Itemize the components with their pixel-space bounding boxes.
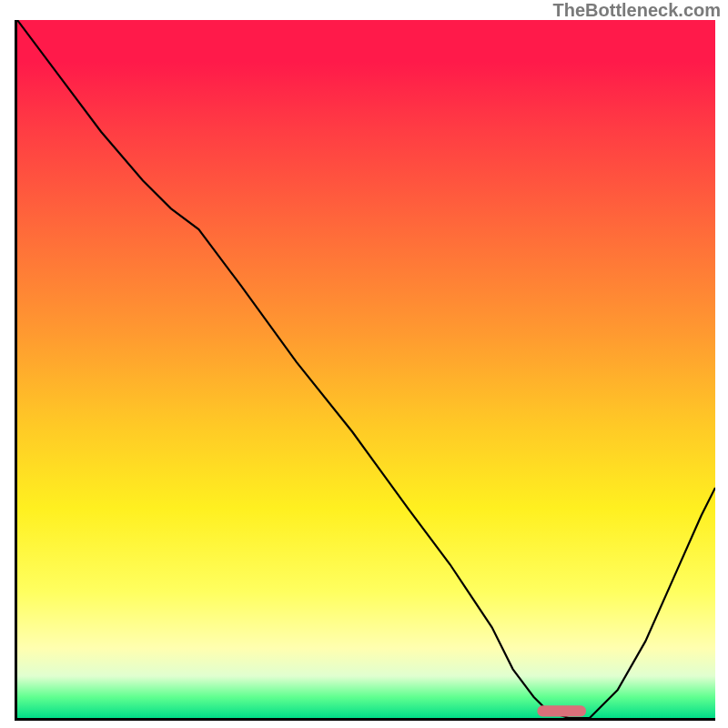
- curve-layer: [17, 20, 715, 718]
- plot-area: [15, 20, 715, 721]
- optimal-marker: [537, 705, 586, 716]
- bottleneck-curve-path: [17, 20, 715, 718]
- bottleneck-chart: TheBottleneck.com: [0, 0, 728, 728]
- watermark-text: TheBottleneck.com: [553, 0, 721, 21]
